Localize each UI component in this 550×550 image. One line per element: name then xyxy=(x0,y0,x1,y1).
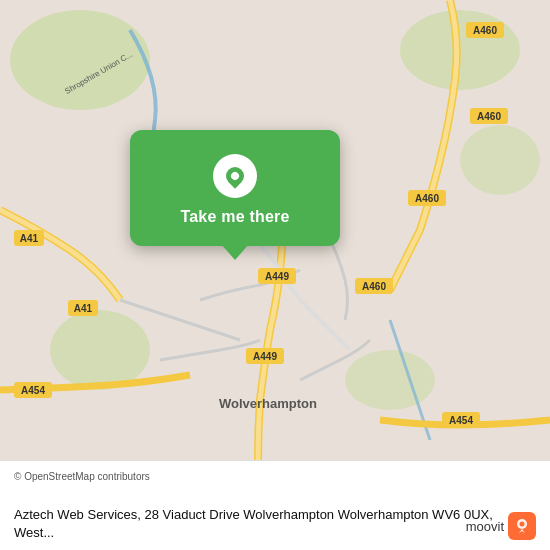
osm-attribution: © OpenStreetMap contributors xyxy=(14,471,536,482)
svg-text:A449: A449 xyxy=(253,351,277,362)
svg-text:Wolverhampton: Wolverhampton xyxy=(219,396,317,411)
map-view: A460 A460 A460 A460 A41 A41 A449 A449 A4… xyxy=(0,0,550,460)
info-bar: © OpenStreetMap contributors Aztech Web … xyxy=(0,460,550,550)
svg-text:A454: A454 xyxy=(21,385,45,396)
moovit-icon xyxy=(508,512,536,540)
svg-text:A460: A460 xyxy=(477,111,501,122)
moovit-logo: moovit xyxy=(466,512,536,540)
svg-text:A460: A460 xyxy=(415,193,439,204)
location-callout: Take me there xyxy=(130,130,340,246)
svg-point-4 xyxy=(50,310,150,390)
svg-point-5 xyxy=(345,350,435,410)
place-address: Aztech Web Services, 28 Viaduct Drive Wo… xyxy=(14,506,536,542)
svg-text:A41: A41 xyxy=(74,303,93,314)
pin-marker xyxy=(222,163,247,188)
moovit-brand-text: moovit xyxy=(466,519,504,534)
svg-text:A460: A460 xyxy=(473,25,497,36)
svg-text:A41: A41 xyxy=(20,233,39,244)
take-me-there-button[interactable]: Take me there xyxy=(180,208,289,226)
svg-point-30 xyxy=(520,522,525,527)
pin-icon xyxy=(213,154,257,198)
svg-point-3 xyxy=(460,125,540,195)
svg-text:A449: A449 xyxy=(265,271,289,282)
svg-text:A460: A460 xyxy=(362,281,386,292)
svg-text:A454: A454 xyxy=(449,415,473,426)
